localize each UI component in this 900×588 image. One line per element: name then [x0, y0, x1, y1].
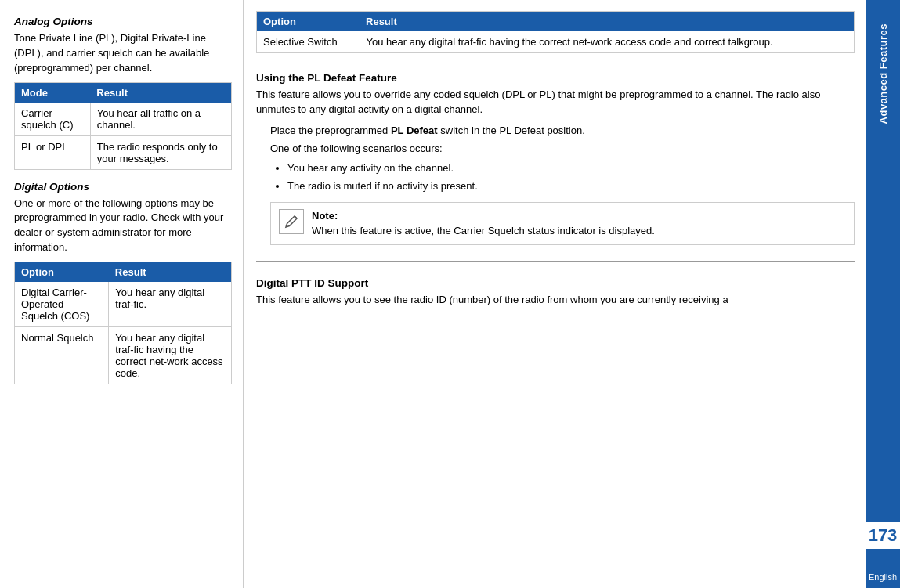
bullet-item: You hear any activity on the channel.	[287, 161, 855, 176]
note-content: Note: When this feature is active, the C…	[312, 209, 655, 239]
pl-defeat-bullets: You hear any activity on the channel. Th…	[287, 161, 855, 193]
pl-defeat-body: This feature allows you to override any …	[256, 88, 855, 117]
digital-row1-col2: You hear any digital traf-fic.	[109, 282, 232, 327]
digital-result-header: Result	[109, 262, 232, 282]
table-row: PL or DPL The radio responds only to you…	[15, 135, 232, 169]
digital-ptt-section: Digital PTT ID Support This feature allo…	[256, 269, 855, 314]
pl-defeat-scenarios: One of the following scenarios occurs:	[270, 142, 855, 157]
pl-defeat-text2: switch in the PL Defeat position.	[440, 124, 585, 136]
bullet-item: The radio is muted if no activity is pre…	[287, 179, 855, 194]
pl-defeat-indented: Place the preprogrammed PL Defeat switch…	[270, 124, 855, 246]
section-divider	[256, 261, 855, 262]
digital-options-table: Option Result Digital Carrier-Operated S…	[14, 262, 232, 384]
note-icon	[279, 209, 304, 234]
digital-ptt-title: Digital PTT ID Support	[256, 277, 855, 289]
digital-row2-col1: Normal Squelch	[15, 326, 109, 384]
table-row: Selective Switch You hear any digital tr…	[257, 31, 855, 53]
note-label: Note:	[312, 210, 338, 222]
sel-row1-col1: Selective Switch	[257, 31, 360, 53]
digital-option-header: Option	[15, 262, 109, 282]
analog-row2-col1: PL or DPL	[15, 135, 91, 169]
table-row: Normal Squelch You hear any digital traf…	[15, 326, 232, 384]
sidebar: Advanced Features 173 English	[866, 0, 900, 588]
analog-row1-col1: Carrier squelch (C)	[15, 103, 91, 136]
note-text: When this feature is active, the Carrier…	[312, 225, 655, 236]
analog-row1-col2: You hear all traffic on a channel.	[90, 103, 231, 136]
sel-row1-col2: You hear any digital traf-fic having the…	[360, 31, 854, 53]
digital-row1-col1: Digital Carrier-Operated Squelch (COS)	[15, 282, 109, 327]
table-row: Carrier squelch (C) You hear all traffic…	[15, 103, 232, 136]
digital-row2-col2: You hear any digital traf-fic having the…	[109, 326, 232, 384]
left-column: Analog Options Tone Private Line (PL), D…	[0, 0, 243, 588]
digital-options-title: Digital Options	[14, 181, 232, 193]
analog-options-table: Mode Result Carrier squelch (C) You hear…	[14, 82, 232, 170]
pl-defeat-title: Using the PL Defeat Feature	[256, 72, 855, 84]
sel-option-header: Option	[257, 12, 360, 32]
pl-defeat-instruction: Place the preprogrammed PL Defeat switch…	[270, 124, 855, 139]
analog-options-title: Analog Options	[14, 16, 232, 27]
digital-ptt-body: This feature allows you to see the radio…	[256, 293, 855, 308]
analog-row2-col2: The radio responds only to your messages…	[90, 135, 231, 169]
digital-options-section: Digital Options One or more of the follo…	[14, 181, 232, 384]
language-label: English	[866, 566, 900, 588]
pl-defeat-text1: Place the preprogrammed	[270, 124, 388, 136]
table-row: Digital Carrier-Operated Squelch (COS) Y…	[15, 282, 232, 327]
pencil-icon	[284, 214, 299, 229]
analog-options-section: Analog Options Tone Private Line (PL), D…	[14, 16, 232, 170]
pl-defeat-section: Using the PL Defeat Feature This feature…	[256, 64, 855, 253]
analog-result-header: Result	[90, 82, 231, 103]
pl-defeat-bold: PL Defeat	[391, 124, 438, 136]
sel-result-header: Result	[360, 12, 854, 32]
note-box: Note: When this feature is active, the C…	[270, 202, 855, 246]
sidebar-label: Advanced Features	[877, 23, 889, 124]
analog-options-body: Tone Private Line (PL), Digital Private-…	[14, 31, 232, 76]
analog-mode-header: Mode	[15, 82, 91, 103]
page-number: 173	[866, 522, 900, 549]
selective-switch-table: Option Result Selective Switch You hear …	[256, 11, 855, 53]
digital-options-body: One or more of the following options may…	[14, 197, 232, 255]
right-column: Option Result Selective Switch You hear …	[243, 0, 866, 588]
